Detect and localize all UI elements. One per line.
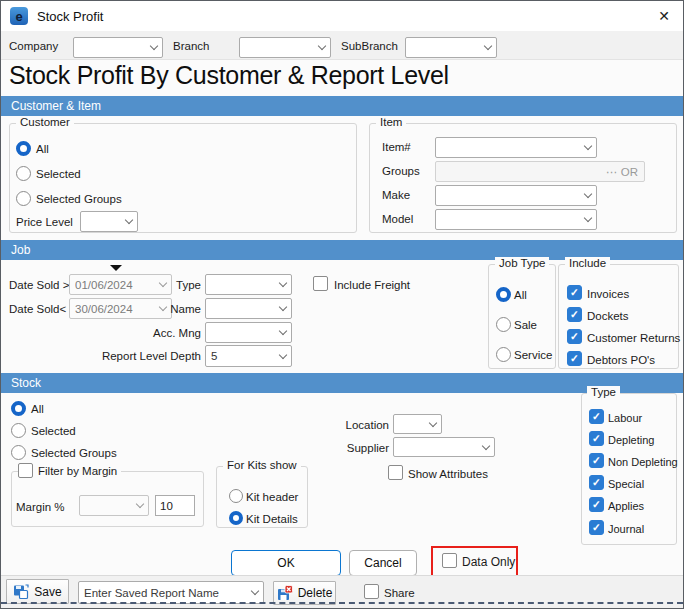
kit-details-radio[interactable]: [229, 511, 243, 525]
depleting-checkbox[interactable]: ✓: [589, 431, 604, 446]
subbranch-label: SubBranch: [341, 39, 398, 53]
sort-marker-icon: [110, 265, 122, 271]
job-type-service-label: Service: [514, 348, 552, 362]
customer-selected-groups-radio[interactable]: [16, 191, 31, 206]
dockets-label: Dockets: [587, 309, 629, 323]
filter-by-margin-checkbox[interactable]: [18, 463, 33, 478]
stock-all-radio[interactable]: [11, 401, 26, 416]
data-only-label: Data Only: [462, 555, 515, 569]
price-level-select[interactable]: [80, 211, 138, 232]
dropdown-arrow-icon: [484, 42, 492, 50]
stock-all-label: All: [31, 402, 44, 416]
journal-checkbox[interactable]: ✓: [589, 520, 604, 535]
date-sold-to-label: Date Sold<: [9, 302, 66, 316]
acc-mng-select[interactable]: [205, 322, 292, 343]
customer-group: Customer All Selected Selected Groups Pr…: [9, 123, 357, 233]
customer-group-label: Customer: [16, 116, 74, 128]
check-icon: ✓: [592, 455, 601, 466]
close-button[interactable]: ✕: [653, 6, 675, 26]
saved-report-name-value: Enter Saved Report Name: [84, 587, 252, 599]
supplier-select[interactable]: [393, 437, 495, 457]
location-select[interactable]: [393, 414, 442, 434]
dropdown-arrow-icon: [136, 500, 144, 508]
customer-all-label: All: [36, 142, 49, 156]
depleting-label: Depleting: [608, 433, 654, 447]
debtors-pos-label: Debtors PO's: [587, 353, 655, 367]
data-only-checkbox[interactable]: [442, 553, 457, 568]
labour-label: Labour: [608, 411, 642, 425]
customer-returns-checkbox[interactable]: ✓: [567, 329, 582, 344]
delete-icon: [277, 585, 293, 601]
include-freight-checkbox[interactable]: [313, 276, 328, 291]
margin-value-input[interactable]: [155, 495, 195, 516]
dropdown-arrow-icon: [279, 303, 287, 311]
subbranch-select[interactable]: [405, 37, 497, 58]
check-icon: ✓: [570, 331, 579, 342]
company-label: Company: [9, 39, 58, 53]
debtors-pos-checkbox[interactable]: ✓: [567, 351, 582, 366]
special-checkbox[interactable]: ✓: [589, 475, 604, 490]
stock-selected-groups-radio[interactable]: [11, 445, 26, 460]
check-icon: ✓: [592, 411, 601, 422]
branch-select[interactable]: [239, 37, 331, 58]
save-button[interactable]: Save: [6, 579, 69, 604]
job-type-service-radio[interactable]: [496, 347, 511, 362]
groups-or-button[interactable]: ⋯ OR: [606, 165, 638, 179]
show-attributes-checkbox[interactable]: [388, 465, 403, 480]
type-select[interactable]: [205, 274, 292, 295]
filter-by-margin-toggle[interactable]: Filter by Margin: [18, 463, 121, 478]
include-group-label: Include: [565, 257, 610, 269]
dropdown-arrow-icon: [482, 441, 490, 449]
kit-header-label: Kit header: [246, 490, 298, 504]
dropdown-arrow-icon: [584, 142, 592, 150]
report-level-depth-label: Report Level Depth: [86, 349, 201, 363]
delete-button-label: Delete: [298, 586, 333, 600]
svg-text:e: e: [15, 9, 22, 24]
share-checkbox[interactable]: [364, 584, 379, 599]
groups-label: Groups: [382, 164, 420, 178]
job-type-sale-radio[interactable]: [496, 317, 511, 332]
customer-selected-groups-label: Selected Groups: [36, 192, 122, 206]
labour-checkbox[interactable]: ✓: [589, 409, 604, 424]
dropdown-arrow-icon: [429, 418, 437, 426]
applies-checkbox[interactable]: ✓: [589, 497, 604, 512]
stock-selected-radio[interactable]: [11, 423, 26, 438]
journal-label: Journal: [608, 522, 644, 536]
job-type-all-radio[interactable]: [496, 287, 511, 302]
invoices-checkbox[interactable]: ✓: [567, 285, 582, 300]
cancel-button[interactable]: Cancel: [349, 550, 417, 576]
non-depleting-label: Non Depleting: [608, 455, 678, 469]
check-icon: ✓: [570, 309, 579, 320]
share-label: Share: [384, 586, 415, 600]
item-number-select[interactable]: [435, 137, 597, 158]
make-select[interactable]: [435, 185, 597, 206]
location-label: Location: [331, 418, 389, 432]
check-icon: ✓: [570, 353, 579, 364]
kit-header-radio[interactable]: [229, 489, 243, 503]
report-level-depth-value: 5: [211, 350, 280, 362]
branch-label: Branch: [173, 39, 209, 53]
ok-button[interactable]: OK: [231, 550, 341, 576]
item-group-label: Item: [376, 116, 406, 128]
check-icon: ✓: [592, 477, 601, 488]
model-select[interactable]: [435, 209, 597, 230]
report-level-depth-select[interactable]: 5: [205, 345, 292, 367]
name-select[interactable]: [205, 298, 292, 319]
margin-percent-select[interactable]: [79, 495, 149, 516]
customer-selected-label: Selected: [36, 167, 81, 181]
non-depleting-checkbox[interactable]: ✓: [589, 453, 604, 468]
customer-selected-radio[interactable]: [16, 166, 31, 181]
applies-label: Applies: [608, 499, 644, 513]
filter-by-margin-label: Filter by Margin: [38, 465, 117, 477]
check-icon: ✓: [570, 287, 579, 298]
job-type-group-label: Job Type: [495, 257, 549, 269]
dockets-checkbox[interactable]: ✓: [567, 307, 582, 322]
filter-by-margin-group: Filter by Margin Margin %: [11, 471, 204, 527]
name-label: Name: [139, 302, 201, 316]
saved-report-name-select[interactable]: Enter Saved Report Name: [78, 581, 264, 604]
customer-all-radio[interactable]: [16, 141, 31, 156]
groups-field[interactable]: ⋯ OR: [435, 161, 645, 182]
page-title: Stock Profit By Customer & Report Level: [9, 61, 449, 90]
acc-mng-label: Acc. Mng: [139, 326, 201, 340]
company-select[interactable]: [73, 37, 163, 58]
